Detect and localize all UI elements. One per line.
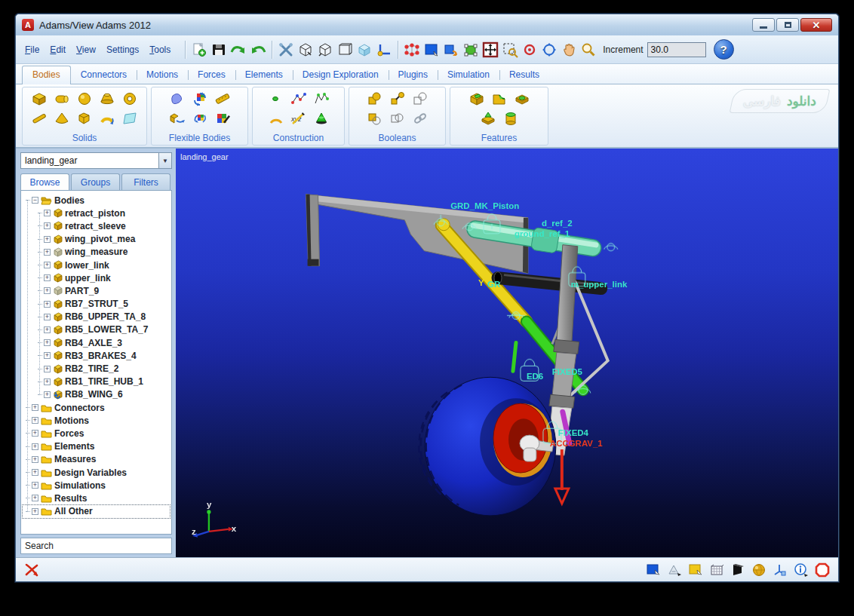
construction-spline-icon[interactable] [312,90,331,108]
orient-axes-icon[interactable] [374,40,394,60]
browser-tab-browse[interactable]: Browse [20,173,69,190]
shaded-cube-icon[interactable] [355,40,374,60]
feature-shell-icon[interactable] [501,109,521,127]
construction-cone-marker-icon[interactable] [312,109,331,127]
construction-arc-icon[interactable] [266,109,286,127]
pan-hand-icon[interactable] [559,40,579,60]
tools-icon[interactable] [276,40,296,60]
working-grid-icon[interactable] [708,562,725,578]
swatch-yellow-icon[interactable] [687,562,704,578]
menu-item-settings[interactable]: Settings [102,42,143,57]
boolean-link-icon[interactable] [410,109,430,127]
menu-item-tools[interactable]: Tools [145,42,175,57]
tab-design-exploration[interactable]: Design Exploration [293,66,389,84]
new-model-icon[interactable] [189,40,209,60]
browser-tab-filters[interactable]: Filters [121,173,170,190]
chevron-down-icon[interactable]: ▼ [158,153,171,168]
flex-body-icon[interactable] [167,90,187,108]
expand-icon[interactable]: + [44,222,51,229]
minimize-button[interactable] [752,18,775,32]
view-cube-front-icon[interactable] [296,40,315,60]
tree-item-retract-sleeve[interactable]: +retract_sleeve [23,219,170,232]
info-icon[interactable] [793,562,809,578]
expand-icon[interactable]: + [44,249,51,256]
expand-icon[interactable]: + [44,274,51,281]
feature-chamfer-icon[interactable] [467,90,487,108]
expand-icon[interactable]: + [44,378,51,385]
flex-edit-icon[interactable] [213,109,232,127]
construction-polyline-icon[interactable] [289,90,309,108]
solid-torus-icon[interactable] [120,90,140,108]
flex-cycle-icon[interactable] [190,109,210,127]
solid-revolve-icon[interactable] [97,109,117,127]
solid-box-icon[interactable] [29,90,49,108]
browser-tab-groups[interactable]: Groups [71,173,120,190]
zoom-icon[interactable] [579,40,598,60]
resize-handles-icon[interactable] [461,40,481,60]
expand-icon[interactable]: + [32,469,38,476]
menu-item-edit[interactable]: Edit [45,42,70,57]
boolean-chain-icon[interactable] [388,90,407,108]
construction-marker-xyz-icon[interactable]: xyz [289,109,309,127]
expand-icon[interactable]: + [44,262,51,268]
expand-icon[interactable]: + [32,456,38,463]
tab-results[interactable]: Results [499,66,549,84]
tree-item-results[interactable]: +Results [23,492,170,504]
tree-item-elements[interactable]: +Elements [23,440,170,453]
boolean-subtract-icon[interactable] [365,109,385,127]
boolean-union-icon[interactable] [365,90,385,108]
expand-icon[interactable]: + [44,287,51,294]
feature-fillet-icon[interactable] [490,90,509,108]
expand-icon[interactable]: + [44,366,51,372]
increment-input[interactable] [647,42,706,57]
tree-item-rb1-tire-hub-1[interactable]: +RB1_TIRE_HUB_1 [23,375,170,388]
translate-view-icon[interactable] [441,40,461,60]
tree-item-forces[interactable]: +Forces [23,427,170,440]
expand-icon[interactable]: + [44,301,51,308]
tree-item-rb4-axle-3[interactable]: +RB4_AXLE_3 [23,336,170,349]
render-mode-icon[interactable] [751,562,767,578]
rigid-to-flex-icon[interactable] [167,109,187,127]
select-group-icon[interactable] [402,40,422,60]
center-target-icon[interactable] [520,40,539,60]
view-cube-iso-icon[interactable] [315,40,335,60]
feature-hole-icon[interactable] [512,90,532,108]
tree-item-measures[interactable]: +Measures [23,453,170,466]
tree-item-simulations[interactable]: +Simulations [23,479,170,492]
expand-icon[interactable]: + [32,443,38,450]
tree-item-wing-pivot-mea[interactable]: +wing_pivot_mea [23,233,170,246]
collapse-icon[interactable]: − [32,197,38,204]
redo-icon[interactable] [229,40,248,60]
expand-icon[interactable]: + [44,314,51,320]
tree-item-rb3-brakes-4[interactable]: +RB3_BRAKES_4 [23,349,170,362]
triad-toggle-icon[interactable] [772,562,788,578]
drafting-icon[interactable] [666,562,683,578]
tree-item-retract-piston[interactable]: +retract_piston [23,207,170,219]
tab-motions[interactable]: Motions [137,66,188,84]
tab-elements[interactable]: Elements [235,66,293,84]
expand-icon[interactable]: + [32,417,38,424]
tree-item-rb5-lower-ta-7[interactable]: +RB5_LOWER_TA_7 [23,323,170,336]
tab-connectors[interactable]: Connectors [71,66,137,84]
tab-simulation[interactable]: Simulation [438,66,499,84]
expand-icon[interactable]: + [44,236,51,243]
interrupt-icon[interactable] [23,562,40,578]
expand-icon[interactable]: + [32,495,38,501]
expand-icon[interactable]: + [32,482,38,489]
close-button[interactable]: ✕ [800,18,832,32]
solid-plane-icon[interactable] [120,109,140,127]
tab-forces[interactable]: Forces [188,66,235,84]
tree-item-part-9[interactable]: +PART_9 [23,284,170,297]
title-bar[interactable]: A Adams/View Adams 2012 ✕ [16,14,838,35]
menu-item-file[interactable]: File [20,42,44,57]
help-button[interactable]: ? [714,39,734,60]
rotate-view-icon[interactable] [539,40,559,60]
search-input[interactable]: Search [20,538,172,554]
viewport-3d[interactable]: landing_gear [176,149,838,557]
tree-item-connectors[interactable]: +Connectors [23,401,170,414]
solid-link-icon[interactable] [29,109,49,127]
solid-sphere-icon[interactable] [75,90,94,108]
tree-item-all-other[interactable]: +All Other [23,505,170,518]
save-icon[interactable] [209,40,229,60]
view-cube-back-icon[interactable] [335,40,355,60]
